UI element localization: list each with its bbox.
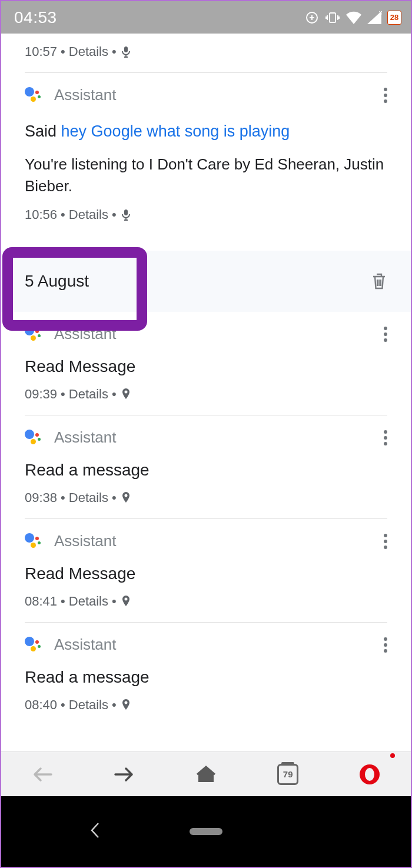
activity-meta: 10:56 • Details • — [1, 197, 411, 222]
vibrate-icon — [325, 11, 340, 25]
mic-icon — [121, 46, 131, 58]
svg-rect-1 — [330, 13, 335, 22]
signal-icon: × — [367, 11, 381, 24]
assistant-icon — [25, 637, 41, 653]
said-label: Said — [25, 122, 57, 140]
status-bar: 04:53 × 28 — [1, 1, 411, 34]
activity-source: Assistant — [54, 428, 117, 447]
activity-meta: 09:39 • Details • — [1, 376, 411, 402]
location-icon — [121, 596, 131, 607]
activity-time: 08:41 — [25, 594, 57, 609]
svg-rect-2 — [124, 46, 128, 52]
activity-meta: 08:40 • Details • — [1, 687, 411, 713]
svg-rect-3 — [124, 209, 128, 215]
details-link[interactable]: Details — [69, 207, 108, 222]
activity-query: Said hey Google what song is playing — [1, 104, 411, 142]
activity-time: 09:39 — [25, 387, 57, 402]
date-header: 5 August — [1, 251, 411, 312]
tab-count: 79 — [277, 764, 298, 785]
activity-time: 10:57 — [25, 44, 57, 59]
browser-menu-button[interactable] — [349, 758, 390, 791]
assistant-icon — [25, 326, 41, 342]
assistant-icon — [25, 533, 41, 550]
activity-time: 10:56 — [25, 207, 57, 222]
more-options-icon[interactable] — [384, 327, 387, 342]
activity-list[interactable]: 10:57 • Details • Assistant Said hey Goo… — [1, 34, 411, 751]
details-link[interactable]: Details — [69, 44, 108, 59]
activity-time: 08:40 — [25, 697, 57, 713]
activity-item[interactable]: Assistant — [1, 519, 411, 550]
browser-home-button[interactable] — [185, 758, 227, 791]
wifi-icon — [346, 11, 361, 24]
location-icon — [121, 492, 131, 504]
status-icons: × 28 — [305, 11, 401, 25]
location-icon — [121, 388, 131, 400]
activity-item[interactable]: Assistant — [1, 312, 411, 343]
delete-icon[interactable] — [371, 272, 387, 291]
browser-tabs-button[interactable]: 79 — [267, 758, 308, 791]
android-nav-bar — [1, 796, 411, 867]
more-options-icon[interactable] — [384, 88, 387, 103]
browser-back-button[interactable] — [22, 758, 63, 791]
data-saver-icon — [305, 11, 319, 25]
date-label: 5 August — [25, 272, 89, 291]
activity-item[interactable]: Assistant — [1, 415, 411, 447]
browser-forward-button[interactable] — [104, 758, 145, 791]
activity-title: Read Message — [1, 550, 411, 583]
mic-icon — [121, 209, 131, 221]
notification-dot — [390, 753, 395, 758]
more-options-icon[interactable] — [384, 430, 387, 445]
opera-icon — [360, 764, 380, 784]
more-options-icon[interactable] — [384, 637, 387, 653]
status-time: 04:53 — [14, 8, 57, 27]
android-home-pill[interactable] — [190, 828, 222, 835]
activity-meta: 08:41 • Details • — [1, 583, 411, 609]
activity-response: You're listening to I Don't Care by Ed S… — [1, 142, 411, 197]
activity-item[interactable]: Assistant — [1, 623, 411, 654]
details-link[interactable]: Details — [69, 490, 108, 505]
activity-source: Assistant — [54, 532, 117, 550]
activity-source: Assistant — [54, 86, 117, 104]
more-options-icon[interactable] — [384, 534, 387, 549]
activity-title: Read Message — [1, 343, 411, 376]
activity-item[interactable]: Assistant — [1, 73, 411, 104]
details-link[interactable]: Details — [69, 594, 108, 609]
details-link[interactable]: Details — [69, 387, 108, 402]
activity-title: Read a message — [1, 447, 411, 480]
activity-title: Read a message — [1, 654, 411, 687]
activity-meta: 10:57 • Details • — [1, 34, 411, 59]
details-link[interactable]: Details — [69, 697, 108, 713]
activity-source: Assistant — [54, 636, 117, 654]
activity-time: 09:38 — [25, 490, 57, 505]
browser-bottom-bar: 79 — [1, 751, 411, 796]
calendar-icon: 28 — [387, 11, 401, 25]
android-back-button[interactable] — [89, 822, 100, 842]
location-icon — [121, 699, 131, 711]
query-text[interactable]: hey Google what song is playing — [61, 122, 290, 140]
activity-source: Assistant — [54, 325, 117, 343]
assistant-icon — [25, 430, 41, 446]
activity-meta: 09:38 • Details • — [1, 480, 411, 505]
assistant-icon — [25, 87, 41, 104]
